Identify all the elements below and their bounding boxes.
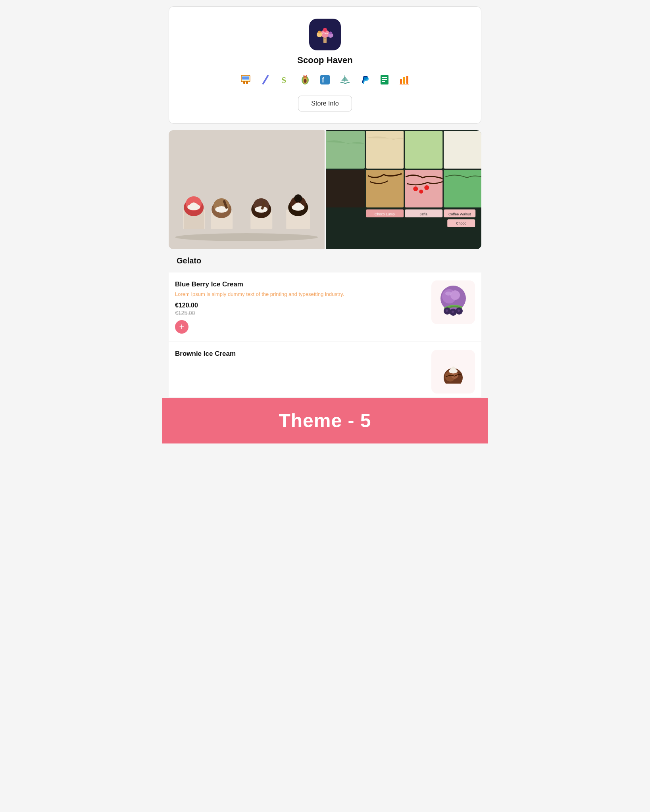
svg-rect-55 xyxy=(366,131,404,169)
svg-rect-1 xyxy=(324,38,326,39)
stripe-icon xyxy=(258,73,273,87)
svg-rect-26 xyxy=(400,79,402,84)
product-price-blueberry: €120.00 xyxy=(175,302,425,309)
svg-point-79 xyxy=(446,309,448,312)
sheets-icon xyxy=(377,73,392,87)
svg-point-62 xyxy=(419,190,423,194)
product-desc-blueberry: Lorem Ipsum is simply dummy text of the … xyxy=(175,291,425,298)
gallery-image-left xyxy=(169,130,325,249)
add-blueberry-button[interactable]: + xyxy=(175,320,188,334)
svg-point-3 xyxy=(323,28,327,32)
app-title: Scoop Haven xyxy=(297,55,352,65)
svg-point-63 xyxy=(424,185,429,190)
svg-rect-57 xyxy=(444,131,481,169)
svg-rect-11 xyxy=(246,81,248,84)
svg-text:Jaffa: Jaffa xyxy=(419,212,427,216)
svg-rect-54 xyxy=(326,131,365,169)
image-gallery: Choco Lump Jaffa Coffee Walnut Choco xyxy=(169,130,481,249)
svg-point-50 xyxy=(292,204,304,211)
svg-rect-56 xyxy=(405,131,442,169)
svg-point-5 xyxy=(318,31,321,34)
svg-rect-9 xyxy=(242,76,249,80)
svg-point-36 xyxy=(187,204,200,210)
svg-point-45 xyxy=(255,206,267,213)
gallery-image-right: Choco Lump Jaffa Coffee Walnut Choco xyxy=(326,130,482,249)
shopify-icon: S xyxy=(278,73,292,87)
svg-rect-25 xyxy=(382,81,385,82)
svg-rect-28 xyxy=(406,76,408,84)
svg-point-31 xyxy=(175,233,318,241)
store-info-button[interactable]: Store Info xyxy=(298,96,352,111)
svg-text:f: f xyxy=(322,76,325,84)
theme-label: Theme - 5 xyxy=(170,410,480,432)
svg-text:Choco: Choco xyxy=(456,221,466,225)
payment-icons-row: S f xyxy=(238,73,412,87)
svg-point-81 xyxy=(452,311,454,313)
product-name-blueberry: Blue Berry Ice Cream xyxy=(175,280,425,288)
theme-banner: Theme - 5 xyxy=(162,398,488,443)
gelato-section-header: Gelato xyxy=(169,249,481,273)
pos-icon xyxy=(238,73,253,87)
svg-text:Choco Lump: Choco Lump xyxy=(374,212,394,216)
svg-point-7 xyxy=(329,32,332,35)
svg-point-61 xyxy=(413,186,418,191)
products-container: Blue Berry Ice Cream Lorem Ipsum is simp… xyxy=(169,273,481,398)
paypal-icon xyxy=(358,73,372,87)
svg-point-76 xyxy=(450,290,460,300)
svg-point-83 xyxy=(458,309,460,312)
svg-point-52 xyxy=(296,196,300,201)
svg-rect-27 xyxy=(403,77,405,84)
barchart-icon xyxy=(397,73,412,87)
svg-text:Coffee Walnut: Coffee Walnut xyxy=(448,212,471,216)
product-info-brownie: Brownie Ice Cream xyxy=(175,350,425,360)
gelato-section-title: Gelato xyxy=(177,256,473,265)
app-logo xyxy=(309,19,341,50)
header-section: Scoop Haven S xyxy=(169,6,481,124)
product-item-blueberry: Blue Berry Ice Cream Lorem Ipsum is simp… xyxy=(169,273,481,342)
svg-point-17 xyxy=(304,79,307,83)
product-image-blueberry xyxy=(431,280,475,324)
svg-text:S: S xyxy=(281,75,286,85)
svg-rect-58 xyxy=(326,170,365,207)
product-info-blueberry: Blue Berry Ice Cream Lorem Ipsum is simp… xyxy=(175,280,425,334)
avocado-icon xyxy=(298,73,312,87)
freshdesk-icon: f xyxy=(318,73,332,87)
svg-rect-10 xyxy=(243,81,245,84)
product-item-brownie: Brownie Ice Cream xyxy=(169,342,481,398)
svg-point-87 xyxy=(449,369,458,374)
boat-icon xyxy=(338,73,352,87)
product-original-price-blueberry: €125.00 xyxy=(175,310,425,316)
svg-point-77 xyxy=(445,292,452,296)
product-name-brownie: Brownie Ice Cream xyxy=(175,350,425,358)
svg-rect-23 xyxy=(382,77,387,78)
svg-rect-30 xyxy=(169,130,325,249)
svg-rect-24 xyxy=(382,79,387,80)
product-image-brownie xyxy=(431,350,475,394)
